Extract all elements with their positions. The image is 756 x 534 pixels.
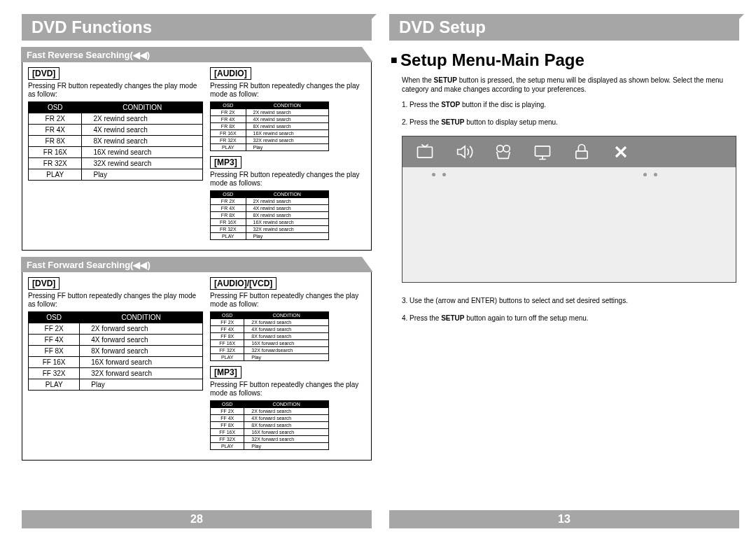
svg-rect-0 <box>418 147 433 157</box>
format-label: [AUDIO] <box>210 67 251 80</box>
osd-table: OSDCONDITIONFF 2X2X forward searchFF 4X4… <box>210 400 329 450</box>
side-group: [MP3]Pressing FF button repeatedly chang… <box>210 365 365 450</box>
desc-text: Pressing FF button repeatedly changes th… <box>28 292 203 309</box>
table-row: FF 8X8X forward search <box>211 333 329 340</box>
format-label: [DVD] <box>28 277 59 290</box>
desc-text: Pressing FF button repeatedly changes th… <box>210 381 365 398</box>
table-row: FF 2X2X forward search <box>211 319 329 326</box>
table-row: PLAYPlay <box>211 354 329 361</box>
table-row: FR 32X32X rewind search <box>211 137 329 144</box>
side-group: [AUDIO]/[VCD]Pressing FF button repeated… <box>210 276 365 361</box>
table-row: PLAYPlay <box>211 144 329 151</box>
side-group: [MP3]Pressing FR button repeatedly chang… <box>210 155 365 240</box>
table-row: FF 32X32X forward search <box>29 368 203 379</box>
table-row: FR 2X2X rewind search <box>29 113 203 125</box>
table-row: FF 16X16X forward search <box>29 357 203 368</box>
osd-table: OSDCONDITIONFR 2X2X rewind searchFR 4X4X… <box>28 101 203 181</box>
menu-icon-row <box>402 136 736 167</box>
desc-text: Pressing FR button repeatedly changes th… <box>28 82 203 99</box>
table-header: OSD <box>211 312 244 319</box>
desc-text: Pressing FR button repeatedly changes th… <box>210 171 365 188</box>
main-col: [DVD]Pressing FF button repeatedly chang… <box>28 276 203 454</box>
film-icon <box>493 142 513 162</box>
setup-heading: Setup Menu-Main Page <box>391 50 739 70</box>
setup-menu-graphic <box>402 136 736 283</box>
table-row: FF 4X4X forward search <box>211 326 329 333</box>
table-row: FF 16X16X forward search <box>211 340 329 347</box>
side-group: [AUDIO]Pressing FR button repeatedly cha… <box>210 66 365 151</box>
title-dvd-setup: DVD Setup <box>389 14 739 41</box>
title-dvd-functions: DVD Functions <box>22 14 372 41</box>
osd-table: OSDCONDITIONFF 2X2X forward searchFF 4X4… <box>28 311 203 391</box>
svg-rect-3 <box>536 146 550 156</box>
section-stripe: Fast Forward Searching(◀◀) <box>21 257 372 272</box>
desc-text: Pressing FR button repeatedly changes th… <box>210 82 365 99</box>
table-row: FF 32X32X forwardsearch <box>211 347 329 354</box>
osd-table: OSDCONDITIONFF 2X2X forward searchFF 4X4… <box>210 311 329 361</box>
page-num-left: 28 <box>22 510 372 528</box>
table-header: CONDITION <box>246 191 328 198</box>
table-row: FF 32X32X forward search <box>211 436 329 443</box>
close-icon <box>611 142 631 162</box>
table-header: OSD <box>29 102 82 113</box>
table-header: CONDITION <box>244 312 329 319</box>
table-row: FR 16X16X rewind search <box>211 219 329 226</box>
table-row: FR 2X2X rewind search <box>211 109 329 116</box>
table-row: FF 2X2X forward search <box>211 408 329 415</box>
table-row: FR 8X8X rewind search <box>211 212 329 219</box>
format-label: [DVD] <box>28 67 59 80</box>
setup-intro: When the SETUP button is pressed, the se… <box>402 76 736 94</box>
setup-step-1: 1. Press the STOP button if the disc is … <box>402 101 736 108</box>
table-row: FF 4X4X forward search <box>211 415 329 422</box>
format-label: [MP3] <box>210 366 241 379</box>
menu-dots-right <box>614 167 657 176</box>
table-row: FF 8X8X forward search <box>211 422 329 429</box>
table-row: PLAYPlay <box>29 379 203 391</box>
section-box: Fast Reverse Searching(◀◀)[DVD]Pressing … <box>22 48 372 251</box>
setup-step-3: 3. Use the (arrow and ENTER) buttons to … <box>402 297 736 304</box>
table-header: CONDITION <box>246 102 328 109</box>
menu-dots-left <box>402 167 736 176</box>
table-header: CONDITION <box>244 401 329 408</box>
table-header: CONDITION <box>82 102 203 113</box>
svg-point-2 <box>503 146 510 152</box>
table-row: FF 2X2X forward search <box>29 323 203 335</box>
main-col: [DVD]Pressing FR button repeatedly chang… <box>28 66 203 244</box>
table-row: FR 4X4X rewind search <box>29 125 203 136</box>
lock-icon <box>572 142 592 162</box>
table-row: PLAYPlay <box>211 233 329 240</box>
table-row: PLAYPlay <box>211 443 329 450</box>
table-header: OSD <box>29 312 80 323</box>
tv-icon <box>415 142 435 162</box>
table-row: FR 4X4X rewind search <box>211 116 329 123</box>
speaker-icon <box>454 142 474 162</box>
table-row: PLAYPlay <box>29 169 203 181</box>
table-row: FF 16X16X forward search <box>211 429 329 436</box>
svg-rect-4 <box>576 151 587 159</box>
osd-table: OSDCONDITIONFR 2X2X rewind searchFR 4X4X… <box>210 190 329 240</box>
side-col: [AUDIO]Pressing FR button repeatedly cha… <box>210 66 365 244</box>
table-row: FR 2X2X rewind search <box>211 198 329 205</box>
table-row: FR 32X32X rewind search <box>29 158 203 169</box>
table-row: FR 8X8X rewind search <box>29 136 203 147</box>
table-header: OSD <box>211 102 246 109</box>
table-row: FR 16X16X rewind search <box>29 147 203 158</box>
osd-table: OSDCONDITIONFR 2X2X rewind searchFR 4X4X… <box>210 101 329 151</box>
table-row: FF 8X8X forward search <box>29 346 203 357</box>
table-row: FR 4X4X rewind search <box>211 205 329 212</box>
table-header: OSD <box>211 401 244 408</box>
table-header: CONDITION <box>80 312 203 323</box>
table-row: FF 4X4X forward search <box>29 335 203 346</box>
section-box: Fast Forward Searching(◀◀)[DVD]Pressing … <box>22 258 372 461</box>
table-header: OSD <box>211 191 246 198</box>
section-stripe: Fast Reverse Searching(◀◀) <box>21 47 372 62</box>
setup-step-4: 4. Press the SETUP button again to turn … <box>402 314 736 322</box>
format-label: [MP3] <box>210 156 241 169</box>
format-label: [AUDIO]/[VCD] <box>210 277 276 290</box>
page-left: DVD Functions Fast Reverse Searching(◀◀)… <box>22 14 372 534</box>
footer-right: 13 <box>389 510 739 528</box>
setup-step-2: 2. Press the SETUP button to display set… <box>402 118 736 126</box>
page-right: DVD Setup Setup Menu-Main Page When the … <box>389 14 739 534</box>
desc-text: Pressing FF button repeatedly changes th… <box>210 292 365 309</box>
table-row: FR 32X32X rewind search <box>211 226 329 233</box>
